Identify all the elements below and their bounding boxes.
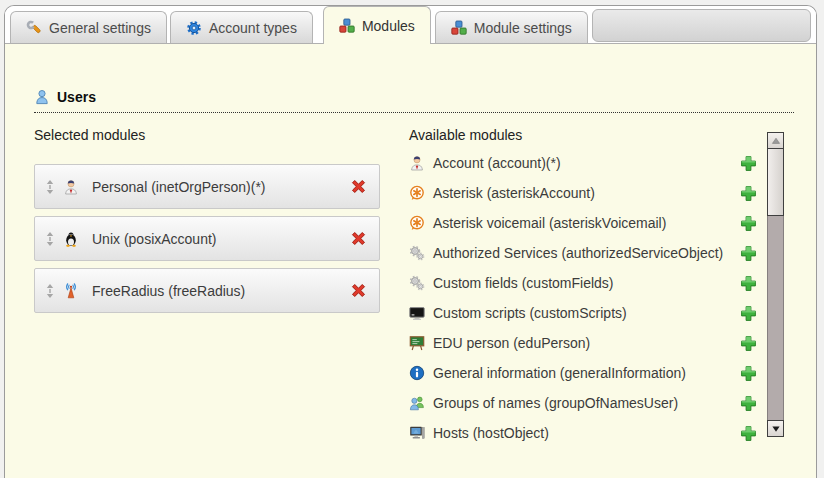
add-module-button[interactable] xyxy=(740,245,757,262)
add-module-button[interactable] xyxy=(740,335,757,352)
tab-label: Module settings xyxy=(474,20,572,36)
delete-icon xyxy=(350,282,367,299)
gears-icon xyxy=(409,275,425,291)
available-modules-list: Account (account)(*) Asterisk (asteriskA… xyxy=(409,148,759,448)
module-label: General information (generalInformation) xyxy=(433,365,686,381)
plus-icon xyxy=(740,305,757,322)
available-module-row: Groups of names (groupOfNamesUser) xyxy=(409,388,759,418)
plus-icon xyxy=(740,395,757,412)
gears-icon xyxy=(409,245,425,261)
module-label: EDU person (eduPerson) xyxy=(433,335,590,351)
drag-icon[interactable] xyxy=(45,231,55,247)
plus-icon xyxy=(740,185,757,202)
group-icon xyxy=(409,395,425,411)
module-label: Hosts (hostObject) xyxy=(433,425,549,441)
plus-icon xyxy=(740,215,757,232)
available-module-row: Hosts (hostObject) xyxy=(409,418,759,448)
add-module-button[interactable] xyxy=(740,185,757,202)
scroll-down-icon xyxy=(771,424,781,434)
terminal-icon xyxy=(409,305,425,321)
add-module-button[interactable] xyxy=(740,215,757,232)
tab-bar: General settings Account types Modules M… xyxy=(5,6,816,44)
tab-label: General settings xyxy=(49,20,151,36)
modules-icon xyxy=(451,20,467,36)
tab-label: Account types xyxy=(209,20,297,36)
selected-modules-list: Personal (inetOrgPerson)(*) Unix (posixA… xyxy=(34,164,380,313)
module-label: Account (account)(*) xyxy=(433,155,561,171)
plus-icon xyxy=(740,245,757,262)
wrench-icon xyxy=(26,20,42,36)
tab-module-settings[interactable]: Module settings xyxy=(435,11,588,44)
scroll-down-button[interactable] xyxy=(767,420,784,437)
available-module-row: Custom scripts (customScripts) xyxy=(409,298,759,328)
available-modules-heading: Available modules xyxy=(409,127,759,144)
modules-icon xyxy=(339,18,355,34)
module-label: Custom scripts (customScripts) xyxy=(433,305,627,321)
available-module-row: EDU person (eduPerson) xyxy=(409,328,759,358)
available-module-row: Authorized Services (authorizedServiceOb… xyxy=(409,238,759,268)
available-modules-scrollbar[interactable] xyxy=(767,132,784,437)
info-icon xyxy=(409,365,425,381)
add-module-button[interactable] xyxy=(740,365,757,382)
plus-icon xyxy=(740,335,757,352)
module-label: Authorized Services (authorizedServiceOb… xyxy=(433,245,723,261)
selected-module-row[interactable]: FreeRadius (freeRadius) xyxy=(34,268,380,313)
available-module-row: Custom fields (customFields) xyxy=(409,268,759,298)
available-module-row: General information (generalInformation) xyxy=(409,358,759,388)
add-module-button[interactable] xyxy=(740,425,757,442)
tab-label: Modules xyxy=(362,18,415,34)
module-label: FreeRadius (freeRadius) xyxy=(92,283,245,299)
host-icon xyxy=(409,425,425,441)
tab-modules[interactable]: Modules xyxy=(323,6,431,44)
selected-module-row[interactable]: Unix (posixAccount) xyxy=(34,216,380,261)
module-label: Asterisk voicemail (asteriskVoicemail) xyxy=(433,215,666,231)
module-label: Custom fields (customFields) xyxy=(433,275,614,291)
selected-modules-heading: Selected modules xyxy=(34,127,380,144)
user-icon xyxy=(34,89,50,105)
users-section-header: Users xyxy=(34,89,794,113)
asterisk-icon xyxy=(409,185,425,201)
gear-icon xyxy=(186,20,202,36)
module-label: Groups of names (groupOfNamesUser) xyxy=(433,395,678,411)
tux-icon xyxy=(63,231,79,247)
plus-icon xyxy=(740,275,757,292)
module-config-window: General settings Account types Modules M… xyxy=(4,5,817,478)
tab-general-settings[interactable]: General settings xyxy=(10,11,167,44)
section-title: Users xyxy=(57,89,96,105)
tab-account-types[interactable]: Account types xyxy=(170,11,313,44)
person-icon xyxy=(409,155,425,171)
modules-tab-panel: Users Selected modules Personal (inetOrg… xyxy=(5,44,816,478)
add-module-button[interactable] xyxy=(740,395,757,412)
module-columns: Selected modules Personal (inetOrgPerson… xyxy=(34,127,816,448)
scroll-up-button[interactable] xyxy=(767,132,784,149)
module-label: Asterisk (asteriskAccount) xyxy=(433,185,595,201)
available-module-row: Asterisk (asteriskAccount) xyxy=(409,178,759,208)
scrollbar-thumb[interactable] xyxy=(767,149,784,216)
module-label: Unix (posixAccount) xyxy=(92,231,217,247)
person-icon xyxy=(63,179,79,195)
add-module-button[interactable] xyxy=(740,155,757,172)
selected-module-row[interactable]: Personal (inetOrgPerson)(*) xyxy=(34,164,380,209)
add-module-button[interactable] xyxy=(740,305,757,322)
plus-icon xyxy=(740,365,757,382)
selected-modules-column: Selected modules Personal (inetOrgPerson… xyxy=(34,127,380,448)
delete-icon xyxy=(350,178,367,195)
remove-module-button[interactable] xyxy=(350,282,367,299)
add-module-button[interactable] xyxy=(740,275,757,292)
remove-module-button[interactable] xyxy=(350,230,367,247)
plus-icon xyxy=(740,425,757,442)
scrollbar-track[interactable] xyxy=(767,216,784,420)
drag-icon[interactable] xyxy=(45,179,55,195)
plus-icon xyxy=(740,155,757,172)
tab-bar-filler xyxy=(592,9,811,42)
available-modules-column: Available modules Account (account)(*) xyxy=(409,127,784,448)
board-icon xyxy=(409,335,425,351)
asterisk-icon xyxy=(409,215,425,231)
remove-module-button[interactable] xyxy=(350,178,367,195)
scroll-up-icon xyxy=(771,136,781,146)
delete-icon xyxy=(350,230,367,247)
available-module-row: Asterisk voicemail (asteriskVoicemail) xyxy=(409,208,759,238)
drag-icon[interactable] xyxy=(45,283,55,299)
module-label: Personal (inetOrgPerson)(*) xyxy=(92,179,266,195)
available-module-row: Account (account)(*) xyxy=(409,148,759,178)
